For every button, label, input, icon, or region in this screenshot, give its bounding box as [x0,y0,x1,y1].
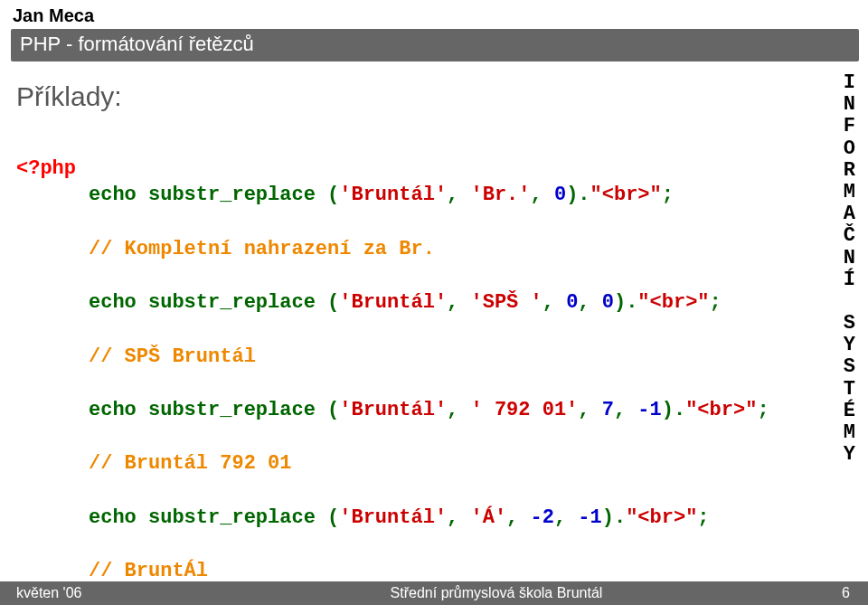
string-literal: 'Bruntál' [339,184,447,206]
footer-bar: květen '06 Střední průmyslová škola Brun… [0,581,868,605]
string-literal: ' 792 01' [471,399,579,421]
echo-keyword: echo [89,506,137,529]
string-literal: "<br>" [685,399,757,421]
lparen: ( [316,184,339,206]
comment-line: // SPŠ Bruntál [89,344,854,371]
string-literal: "<br>" [626,506,697,529]
number-literal: -2 [531,506,554,529]
number-literal: 0 [554,184,566,206]
number-literal: 0 [566,291,578,314]
fn-name: substr_replace [148,399,316,421]
fn-name: substr_replace [148,184,316,206]
side-label-top: I N F O R M A Č N Í [844,71,855,291]
number-literal: 7 [602,399,614,421]
number-literal: -1 [578,506,601,529]
string-literal: 'Br.' [471,184,531,206]
string-literal: 'Bruntál' [339,291,447,314]
code-line: echo substr_replace ('Bruntál', ' 792 01… [89,397,854,424]
author-name: Jan Meca [13,5,859,26]
string-literal: 'Á' [471,506,507,529]
slide: Jan Meca PHP - formátování řetězců Příkl… [0,0,868,614]
string-literal: 'SPŠ ' [471,291,542,314]
code-line: echo substr_replace ('Bruntál', 'Á', -2,… [89,505,854,532]
footer-page-number: 6 [796,585,868,601]
comment-line: // Kompletní nahrazení za Br. [89,236,854,263]
side-label-bottom: S Y S T É M Y [844,312,855,466]
slide-title: PHP - formátování řetězců [11,29,859,61]
semicolon: ; [662,184,674,206]
echo-keyword: echo [89,399,137,421]
side-vertical-label: I N F O R M A Č N Í S Y S T É M Y [844,72,855,466]
php-open-tag: <?php [16,157,76,180]
footer-date: květen '06 [0,585,197,601]
number-literal: 0 [602,291,614,314]
string-literal: 'Bruntál' [339,399,447,421]
comment-line: // Bruntál 792 01 [89,450,854,477]
string-literal: 'Bruntál' [339,506,447,529]
echo-keyword: echo [89,184,137,206]
fn-name: substr_replace [148,291,316,314]
comma: , [447,184,470,206]
code-line: echo substr_replace ('Bruntál', 'Br.', 0… [89,182,854,209]
number-literal: -1 [637,399,661,421]
footer-school: Střední průmyslová škola Bruntál [197,585,796,601]
echo-keyword: echo [89,291,137,314]
comma: , [531,184,554,206]
rparen-dot: ). [566,184,590,206]
code-block: <?php echo substr_replace ('Bruntál', 'B… [16,128,854,614]
string-literal: "<br>" [637,291,709,314]
string-literal: "<br>" [590,184,662,206]
examples-heading: Příklady: [16,81,854,112]
fn-name: substr_replace [148,506,316,529]
code-line: echo substr_replace ('Bruntál', 'SPŠ ', … [89,289,854,316]
slide-body: Příklady: <?php echo substr_replace ('Br… [11,61,859,614]
